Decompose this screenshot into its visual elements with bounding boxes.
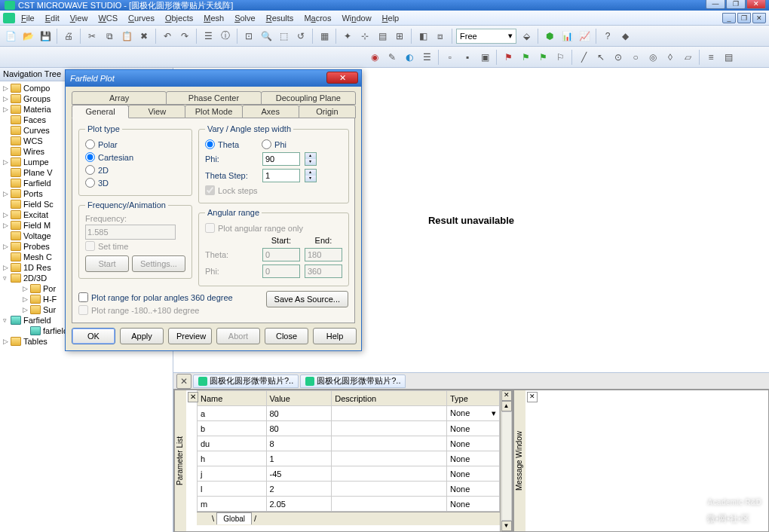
view-tab-1[interactable]: 圆极化圆形微带贴片?.. xyxy=(193,375,299,388)
zoom-reset-icon[interactable]: ↺ xyxy=(293,29,308,44)
close-dialog-button[interactable]: Close xyxy=(265,328,308,344)
phi-spinner[interactable]: ▴▾ xyxy=(305,152,317,166)
view-b-icon[interactable]: ▪ xyxy=(460,50,475,65)
pick-c-icon[interactable]: ○ xyxy=(628,50,643,65)
tab-array[interactable]: Array xyxy=(72,91,167,105)
print-icon[interactable]: 🖨 xyxy=(61,29,76,44)
table-row[interactable]: m2.05None xyxy=(198,497,500,512)
tab-phase-center[interactable]: Phase Center xyxy=(166,91,261,105)
radio-phi[interactable]: Phi xyxy=(262,138,286,151)
menu-help[interactable]: Help xyxy=(378,12,404,24)
open-icon[interactable]: 📂 xyxy=(20,29,35,44)
table-row[interactable]: j-45None xyxy=(198,466,500,482)
mdi-restore[interactable]: ❐ xyxy=(737,13,751,23)
line-icon[interactable]: ╱ xyxy=(576,50,591,65)
param-x2[interactable]: ✕ xyxy=(501,390,512,401)
radio-theta[interactable]: Theta xyxy=(205,138,239,151)
msg-close[interactable]: ✕ xyxy=(527,392,538,402)
param-tab-global[interactable]: Global xyxy=(216,512,252,524)
radio-polar[interactable]: Polar xyxy=(85,138,185,151)
menu-solve[interactable]: Solve xyxy=(230,12,260,24)
help-icon[interactable]: ? xyxy=(600,29,615,44)
menu-file[interactable]: File xyxy=(17,12,39,24)
solve-icon[interactable]: ⬢ xyxy=(542,29,557,44)
step-spinner[interactable]: ▴▾ xyxy=(305,169,317,182)
table-row[interactable]: b80None xyxy=(198,421,500,436)
parameter-table[interactable]: Name Value Description Type a80None ▾b80… xyxy=(197,390,500,512)
phi-input[interactable] xyxy=(262,152,300,166)
par-icon[interactable]: 📈 xyxy=(577,29,592,44)
macro-rec-icon[interactable]: ◉ xyxy=(367,50,382,65)
hist-icon[interactable]: ≡ xyxy=(703,50,718,65)
params-icon[interactable]: ⓘ xyxy=(218,29,233,44)
col-desc[interactable]: Description xyxy=(332,391,447,406)
undo-icon[interactable]: ↶ xyxy=(160,29,175,44)
ok-button[interactable]: OK xyxy=(72,328,115,344)
param-close-button[interactable]: ✕ xyxy=(188,392,198,402)
snap-icon[interactable]: ⬙ xyxy=(519,29,534,44)
table-row[interactable]: l2None xyxy=(198,482,500,497)
save-icon[interactable]: 💾 xyxy=(38,29,53,44)
table-row[interactable]: h1None xyxy=(198,451,500,466)
menu-objects[interactable]: Objects xyxy=(161,12,198,24)
tab-origin[interactable]: Origin xyxy=(299,105,356,118)
maximize-button[interactable]: ❐ xyxy=(726,0,746,9)
copy-icon[interactable]: ⧉ xyxy=(102,29,117,44)
grid-icon[interactable]: ▤ xyxy=(375,29,390,44)
menu-view[interactable]: View xyxy=(66,12,93,24)
opt-icon[interactable]: 📊 xyxy=(559,29,574,44)
save-as-source-button[interactable]: Save As Source... xyxy=(266,291,348,307)
menu-mesh[interactable]: Mesh xyxy=(199,12,228,24)
pick-a-icon[interactable]: ↖ xyxy=(593,50,608,65)
theta-step-input[interactable] xyxy=(262,169,300,182)
menu-curves[interactable]: Curves xyxy=(124,12,159,24)
col-type[interactable]: Type xyxy=(447,391,500,406)
radio-3d[interactable]: 3D xyxy=(85,176,185,189)
col-name[interactable]: Name xyxy=(198,391,267,406)
view-a-icon[interactable]: ▫ xyxy=(443,50,458,65)
param-scrollbar[interactable]: ✕ ▲ ▼ xyxy=(500,390,512,531)
menu-results[interactable]: Results xyxy=(262,12,299,24)
wire-icon[interactable]: ⊞ xyxy=(392,29,407,44)
hist2-icon[interactable]: ▤ xyxy=(721,50,736,65)
viewtab-close[interactable]: ✕ xyxy=(176,374,191,389)
help-button[interactable]: Help xyxy=(313,328,357,344)
tab-decoupling[interactable]: Decoupling Plane xyxy=(261,91,356,105)
paste-icon[interactable]: 📋 xyxy=(119,29,134,44)
new-icon[interactable]: 📄 xyxy=(3,29,18,44)
zoom-rect-icon[interactable]: ⬚ xyxy=(276,29,291,44)
wcs-icon[interactable]: ⊹ xyxy=(357,29,372,44)
dialog-close-button[interactable]: ✕ xyxy=(326,72,358,84)
macro-play-icon[interactable]: ◐ xyxy=(402,50,417,65)
check-range-360[interactable]: Plot range for polar angles 360 degree xyxy=(78,291,260,304)
scroll-down-icon[interactable]: ▼ xyxy=(501,521,512,531)
preview-button[interactable]: Preview xyxy=(168,328,212,344)
menu-edit[interactable]: Edit xyxy=(41,12,64,24)
tool-a-icon[interactable]: ◧ xyxy=(415,29,430,44)
tab-view[interactable]: View xyxy=(128,105,185,118)
radio-2d[interactable]: 2D xyxy=(85,164,185,176)
menu-wcs[interactable]: WCS xyxy=(93,12,122,24)
mesh-icon[interactable]: ▦ xyxy=(317,29,332,44)
view-tab-2[interactable]: 圆极化圆形微带贴片?.. xyxy=(300,375,406,388)
tab-plot-mode[interactable]: Plot Mode xyxy=(185,105,242,118)
delete-icon[interactable]: ✖ xyxy=(136,29,152,44)
tool-b-icon[interactable]: ⧈ xyxy=(433,29,448,44)
col-value[interactable]: Value xyxy=(266,391,332,406)
about-icon[interactable]: ◆ xyxy=(617,29,633,44)
redo-icon[interactable]: ↷ xyxy=(177,29,192,44)
pick-d-icon[interactable]: ◎ xyxy=(645,50,660,65)
snap-combo[interactable]: Free▾ xyxy=(456,29,516,44)
axis-icon[interactable]: ✦ xyxy=(340,29,355,44)
tab-general[interactable]: General xyxy=(72,105,129,118)
flag-r-icon[interactable]: ⚑ xyxy=(501,50,516,65)
menu-macros[interactable]: Macros xyxy=(299,12,335,24)
radio-cartesian[interactable]: Cartesian xyxy=(85,151,185,164)
pick-b-icon[interactable]: ⊙ xyxy=(611,50,626,65)
zoom-fit-icon[interactable]: ⊡ xyxy=(241,29,256,44)
zoom-in-icon[interactable]: 🔍 xyxy=(259,29,274,44)
props-icon[interactable]: ☰ xyxy=(201,29,216,44)
flag-g2-icon[interactable]: ⚑ xyxy=(535,50,550,65)
macro-list-icon[interactable]: ☰ xyxy=(419,50,434,65)
table-row[interactable]: a80None ▾ xyxy=(198,406,500,421)
